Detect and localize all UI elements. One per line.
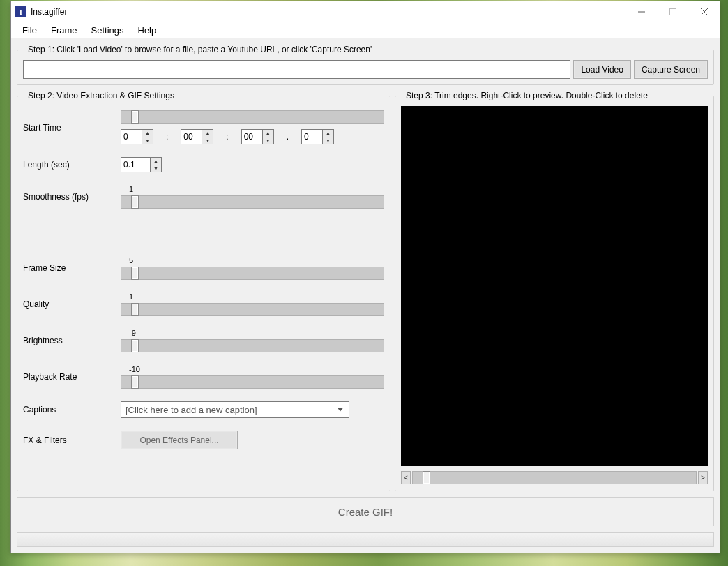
time-sep-dot: . (287, 132, 289, 142)
start-time-spinners: ▲▼ : ▲▼ : ▲▼ . (121, 129, 384, 144)
menubar: File Frame Settings Help (11, 22, 720, 39)
close-button[interactable] (688, 2, 720, 22)
label-captions: Captions (23, 405, 121, 415)
close-icon (701, 8, 708, 15)
step2-legend: Step 2: Video Extraction & GIF Settings (26, 91, 176, 100)
window-title: Instagiffer (31, 7, 67, 17)
time-sep-colon-2: : (226, 132, 228, 142)
minimize-button[interactable] (625, 2, 657, 22)
time-seconds-spin[interactable]: ▲▼ (241, 129, 274, 144)
start-time-slider[interactable] (121, 110, 384, 124)
label-quality: Quality (23, 299, 121, 309)
capture-screen-button[interactable]: Capture Screen (634, 60, 708, 79)
app-icon: I (15, 6, 26, 17)
spin-up-icon[interactable]: ▲ (151, 158, 161, 165)
menu-file[interactable]: File (15, 23, 44, 38)
svg-rect-1 (669, 9, 676, 15)
brightness-slider[interactable] (121, 339, 384, 352)
frame-scrub-slider[interactable] (412, 471, 697, 484)
create-gif-button[interactable]: Create GIF! (17, 498, 713, 526)
label-frame-size: Frame Size (23, 263, 121, 273)
quality-value: 1 (129, 292, 133, 301)
preview-canvas[interactable] (401, 106, 708, 466)
playback-rate-value: -10 (129, 365, 140, 374)
time-hours-spin[interactable]: ▲▼ (121, 129, 153, 144)
time-minutes-spin[interactable]: ▲▼ (181, 129, 213, 144)
video-url-input[interactable] (23, 60, 570, 79)
minimize-icon (638, 8, 645, 15)
step3-group: Step 3: Trim edges. Right-Click to previ… (395, 91, 714, 491)
brightness-value: -9 (129, 329, 136, 338)
time-seconds-input[interactable] (241, 129, 262, 144)
open-effects-button[interactable]: Open Effects Panel... (121, 431, 238, 449)
spin-up-icon[interactable]: ▲ (263, 130, 273, 137)
label-fx: FX & Filters (23, 435, 121, 445)
spin-up-icon[interactable]: ▲ (323, 130, 333, 137)
spin-up-icon[interactable]: ▲ (202, 130, 213, 137)
client-area: Step 1: Click 'Load Video' to browse for… (11, 39, 720, 553)
spin-down-icon[interactable]: ▼ (202, 137, 213, 144)
create-gif-row: Create GIF! (17, 497, 714, 526)
label-smoothness: Smoothness (fps) (23, 192, 121, 202)
length-input[interactable] (121, 157, 150, 172)
length-spin[interactable]: ▲▼ (121, 157, 162, 172)
spin-up-icon[interactable]: ▲ (142, 130, 153, 137)
spin-down-icon[interactable]: ▼ (263, 137, 273, 144)
maximize-icon (669, 8, 676, 15)
frame-prev-button[interactable]: < (401, 471, 411, 484)
step2-group: Step 2: Video Extraction & GIF Settings … (17, 91, 390, 491)
time-hours-input[interactable] (121, 129, 142, 144)
captions-combo[interactable]: [Click here to add a new caption] (121, 401, 349, 418)
spin-down-icon[interactable]: ▼ (151, 165, 161, 172)
menu-help[interactable]: Help (131, 23, 164, 38)
load-video-button[interactable]: Load Video (573, 60, 631, 79)
smoothness-value: 1 (129, 185, 133, 194)
playback-rate-slider[interactable] (121, 375, 384, 389)
spin-down-icon[interactable]: ▼ (323, 137, 333, 144)
step1-legend: Step 1: Click 'Load Video' to browse for… (26, 45, 374, 54)
step3-legend: Step 3: Trim edges. Right-Click to previ… (404, 91, 650, 100)
frame-next-button[interactable]: > (698, 471, 708, 484)
menu-settings[interactable]: Settings (84, 23, 131, 38)
smoothness-slider[interactable] (121, 195, 384, 209)
maximize-button[interactable] (657, 2, 688, 22)
time-minutes-input[interactable] (181, 129, 202, 144)
label-playback-rate: Playback Rate (23, 372, 121, 382)
app-window: I Instagiffer File Frame Settings Help S… (10, 1, 720, 553)
time-centi-input[interactable] (301, 129, 322, 144)
frame-size-slider[interactable] (121, 267, 384, 280)
time-sep-colon-1: : (166, 132, 168, 142)
label-brightness: Brightness (23, 336, 121, 345)
quality-slider[interactable] (121, 303, 384, 316)
frame-size-value: 5 (129, 256, 133, 265)
status-bar (17, 532, 714, 547)
spin-down-icon[interactable]: ▼ (142, 137, 153, 144)
step1-group: Step 1: Click 'Load Video' to browse for… (17, 45, 714, 85)
titlebar[interactable]: I Instagiffer (11, 1, 720, 22)
time-centi-spin[interactable]: ▲▼ (301, 129, 334, 144)
label-start-time: Start Time (23, 123, 121, 133)
label-length: Length (sec) (23, 160, 121, 170)
menu-frame[interactable]: Frame (44, 23, 84, 38)
